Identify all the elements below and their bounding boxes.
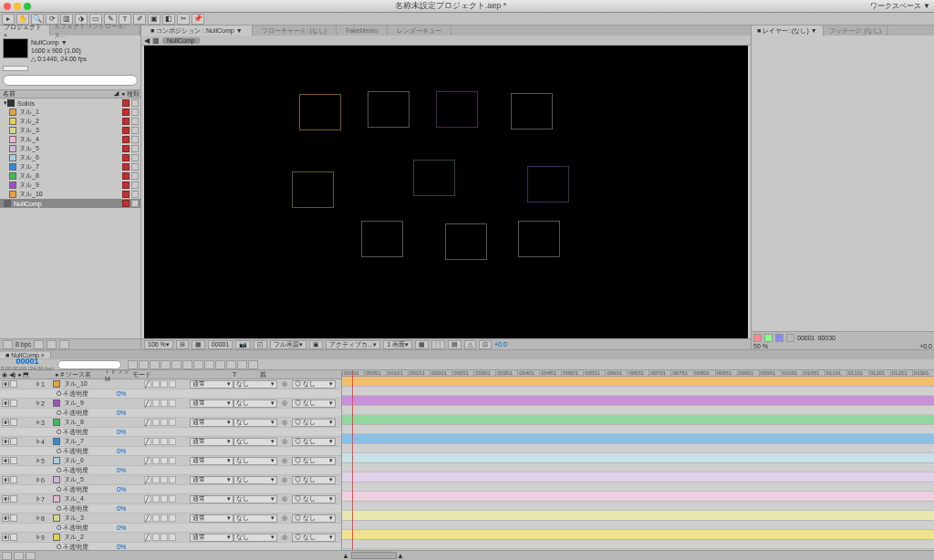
layer-bar[interactable] xyxy=(342,396,934,405)
col-name[interactable]: 名前 xyxy=(0,89,113,99)
switch-mb[interactable] xyxy=(161,419,168,426)
col-type[interactable]: ◢ ● 種類 xyxy=(113,89,140,99)
eye-toggle[interactable]: 👁 xyxy=(2,419,9,426)
project-item[interactable]: ヌル_1 xyxy=(0,108,140,117)
parent-dropdown[interactable]: ◎ なし▾ xyxy=(292,438,336,446)
null-layer-box[interactable] xyxy=(436,91,478,128)
switch-mb[interactable] xyxy=(161,534,168,541)
switch-shy[interactable]: ╱ xyxy=(144,399,151,407)
roto-tool[interactable]: ✂ xyxy=(177,14,190,25)
eye-toggle[interactable]: 👁 xyxy=(2,514,9,522)
resolution-dropdown[interactable]: フル画質 ▾ xyxy=(270,340,306,349)
switch-adj[interactable] xyxy=(169,514,176,522)
opacity-value[interactable]: 0% xyxy=(117,390,126,397)
null-layer-box[interactable] xyxy=(413,160,455,196)
opacity-value[interactable]: 0% xyxy=(117,524,126,531)
switch-adj[interactable] xyxy=(169,380,176,388)
opacity-value[interactable]: 0% xyxy=(117,486,126,493)
switch-adj[interactable] xyxy=(169,534,176,541)
project-item[interactable]: ヌル_10 xyxy=(0,190,140,199)
parent-pick[interactable]: ◎ xyxy=(277,514,292,522)
tracks-area[interactable] xyxy=(342,377,934,550)
viewer-btn-6[interactable]: ▤ xyxy=(448,340,462,349)
switch-adj[interactable] xyxy=(169,495,176,503)
solo-toggle[interactable] xyxy=(10,495,17,503)
switch-adj[interactable] xyxy=(169,457,176,464)
trkmat-dropdown[interactable]: なし▾ xyxy=(234,534,277,542)
opacity-value[interactable]: 0% xyxy=(117,505,126,512)
layer-row[interactable]: 👁 8 ヌル_3 ╱ 通常▾ なし▾ ◎ ◎ なし▾ Ö 不透明度 0% xyxy=(0,513,341,533)
layer-row[interactable]: 👁 3 ヌル_8 ╱ 通常▾ なし▾ ◎ ◎ なし▾ Ö 不透明度 0% xyxy=(0,418,341,437)
layer-row[interactable]: 👁 4 ヌル_7 ╱ 通常▾ なし▾ ◎ ◎ なし▾ Ö 不透明度 0% xyxy=(0,437,341,456)
solo-toggle[interactable] xyxy=(10,419,17,426)
trkmat-dropdown[interactable]: なし▾ xyxy=(234,457,277,465)
null-layer-box[interactable] xyxy=(299,94,341,130)
eye-toggle[interactable]: 👁 xyxy=(2,438,9,445)
opacity-prop[interactable]: Ö 不透明度 xyxy=(44,524,117,533)
tab-effect-controls[interactable]: エフェクトコントロール: ヌ... xyxy=(50,26,140,36)
current-frame[interactable]: 00001 xyxy=(208,340,233,349)
switch-shy[interactable]: ╱ xyxy=(144,495,151,503)
parent-pick[interactable]: ◎ xyxy=(277,380,292,388)
null-layer-box[interactable] xyxy=(445,223,487,260)
parent-pick[interactable]: ◎ xyxy=(277,476,292,483)
label-color[interactable] xyxy=(53,476,60,483)
workspace-menu[interactable]: ワークスペース ▼ xyxy=(867,1,934,11)
tab-layer[interactable]: ■ レイヤー: (なし) ▼ xyxy=(752,26,824,36)
clone-tool[interactable]: ▣ xyxy=(148,14,161,25)
eye-toggle[interactable]: 👁 xyxy=(2,495,9,503)
layer-name[interactable]: ヌル_6 xyxy=(62,456,117,465)
mode-dropdown[interactable]: 通常▾ xyxy=(190,457,234,465)
tl-btn-9[interactable] xyxy=(215,360,225,369)
new-comp-button[interactable] xyxy=(47,340,57,349)
label-color[interactable] xyxy=(53,419,60,426)
puppet-tool[interactable]: 📌 xyxy=(192,14,204,25)
ch-green[interactable] xyxy=(764,334,773,342)
parent-pick[interactable]: ◎ xyxy=(277,534,292,541)
parent-dropdown[interactable]: ◎ なし▾ xyxy=(292,534,336,542)
viewer-btn-2[interactable]: ▦ xyxy=(192,340,205,349)
switch-fx[interactable] xyxy=(152,399,160,407)
project-item[interactable]: ヌル_2 xyxy=(0,117,140,126)
label-color[interactable] xyxy=(53,380,60,388)
trkmat-dropdown[interactable]: なし▾ xyxy=(234,380,277,389)
tab-render-queue[interactable]: レンダーキュー xyxy=(388,26,451,36)
tab-project[interactable]: プロジェクト × xyxy=(0,26,50,36)
layer-row[interactable]: 👁 7 ヌル_4 ╱ 通常▾ なし▾ ◎ ◎ なし▾ Ö 不透明度 0% xyxy=(0,494,341,513)
eye-toggle[interactable]: 👁 xyxy=(2,380,9,388)
null-layer-box[interactable] xyxy=(511,93,553,130)
viewer-btn-7[interactable]: △ xyxy=(464,340,476,349)
layer-name[interactable]: ヌル_8 xyxy=(62,418,117,427)
mode-dropdown[interactable]: 通常▾ xyxy=(190,514,234,523)
switch-shy[interactable]: ╱ xyxy=(144,514,151,522)
head-parent[interactable]: 親 xyxy=(260,370,310,379)
mode-dropdown[interactable]: 通常▾ xyxy=(190,380,234,389)
viewer-btn-3[interactable]: ▣ xyxy=(309,340,323,349)
opacity-prop[interactable]: Ö 不透明度 xyxy=(44,543,117,551)
solo-toggle[interactable] xyxy=(10,514,17,522)
layer-name[interactable]: ヌル_9 xyxy=(62,399,117,408)
solo-toggle[interactable] xyxy=(10,380,17,388)
label-color[interactable] xyxy=(53,534,60,541)
tl-btn-1[interactable] xyxy=(128,360,138,369)
label-color[interactable] xyxy=(53,495,60,503)
switch-mb[interactable] xyxy=(161,457,168,464)
tl-btn-3[interactable] xyxy=(150,360,160,369)
view-layout[interactable]: 1 画面 ▾ xyxy=(383,340,412,349)
time-ruler[interactable]: 0000100051001010015100201002510030100351… xyxy=(342,370,934,377)
opacity-value[interactable]: 0% xyxy=(117,544,126,550)
switch-mb[interactable] xyxy=(161,514,168,522)
switch-mb[interactable] xyxy=(161,438,168,445)
solo-toggle[interactable] xyxy=(10,399,17,407)
opacity-prop[interactable]: Ö 不透明度 xyxy=(44,389,117,399)
project-item[interactable]: ヌル_3 xyxy=(0,126,140,135)
tl-toggle-1[interactable] xyxy=(2,552,12,560)
eye-toggle[interactable]: 👁 xyxy=(2,534,9,541)
camera-dropdown[interactable]: アクティブカ... ▾ xyxy=(326,340,380,349)
project-item[interactable]: ヌル_8 xyxy=(0,171,140,181)
ch-blue[interactable] xyxy=(775,334,784,342)
tl-btn-10[interactable] xyxy=(226,360,236,369)
mode-dropdown[interactable]: 通常▾ xyxy=(190,495,234,503)
zoom-in-icon[interactable]: ▲ xyxy=(397,552,404,560)
parent-dropdown[interactable]: ◎ なし▾ xyxy=(292,476,336,484)
